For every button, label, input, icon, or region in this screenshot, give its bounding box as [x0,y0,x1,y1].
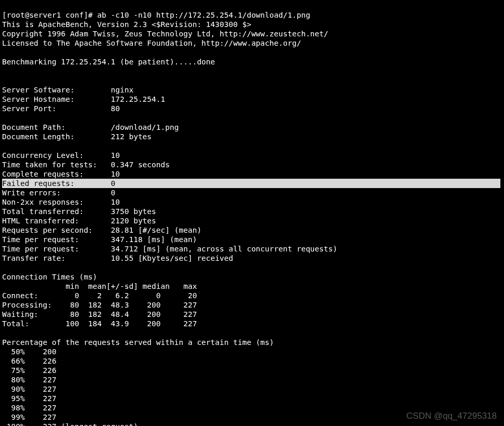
concurrency-level: Concurrency Level: 10 [2,151,120,159]
percentile-row: 80% 227 [2,376,57,384]
connection-times-waiting: Waiting: 80 182 48.4 200 227 [2,310,197,318]
time-taken: Time taken for tests: 0.347 seconds [2,161,170,169]
time-per-request-mean: Time per request: 347.118 [ms] (mean) [2,235,197,244]
failed-requests-highlighted: Failed requests: 0 [2,179,500,188]
total-transferred: Total transferred: 3750 bytes [2,207,156,216]
non-2xx-responses: Non-2xx responses: 10 [2,198,120,206]
ab-license-line: Licensed to The Apache Software Foundati… [2,39,301,47]
document-length: Document Length: 212 bytes [2,132,152,141]
percentile-row-longest: 100% 227 (longest request) [2,422,138,426]
server-port: Server Port: 80 [2,104,120,113]
percentile-row: 95% 227 [2,394,57,403]
time-per-request-across: Time per request: 34.712 [ms] (mean, acr… [2,245,337,253]
terminal-output[interactable]: [root@server1 conf]# ab -c10 -n10 http:/… [0,0,504,426]
percentile-row: 90% 227 [2,385,57,393]
connection-times-title: Connection Times (ms) [2,273,97,281]
connection-times-connect: Connect: 0 2 6.2 0 20 [2,291,197,300]
connection-times-header: min mean[+/-sd] median max [2,282,197,290]
ab-copyright-line: Copyright 1996 Adam Twiss, Zeus Technolo… [2,30,329,38]
html-transferred: HTML transferred: 2120 bytes [2,217,156,225]
percentile-row: 98% 227 [2,404,57,412]
requests-per-second: Requests per second: 28.81 [#/sec] (mean… [2,226,201,234]
percentile-row: 75% 226 [2,366,57,375]
write-errors: Write errors: 0 [2,189,115,197]
connection-times-total: Total: 100 184 43.9 200 227 [2,320,197,328]
percentile-row: 50% 200 [2,348,57,356]
percentile-row: 99% 227 [2,413,57,421]
percentiles-title: Percentage of the requests served within… [2,338,274,347]
transfer-rate: Transfer rate: 10.55 [Kbytes/sec] receiv… [2,254,233,262]
connection-times-processing: Processing: 80 182 48.3 200 227 [2,301,197,309]
benchmarking-line: Benchmarking 172.25.254.1 (be patient)..… [2,58,215,66]
shell-prompt-command: [root@server1 conf]# ab -c10 -n10 http:/… [2,11,310,19]
server-software: Server Software: nginx [2,86,133,94]
server-hostname: Server Hostname: 172.25.254.1 [2,95,165,103]
ab-header-line: This is ApacheBench, Version 2.3 <$Revis… [2,20,251,29]
percentile-row: 66% 226 [2,357,57,365]
document-path: Document Path: /download/1.png [2,123,179,131]
complete-requests: Complete requests: 10 [2,170,120,178]
